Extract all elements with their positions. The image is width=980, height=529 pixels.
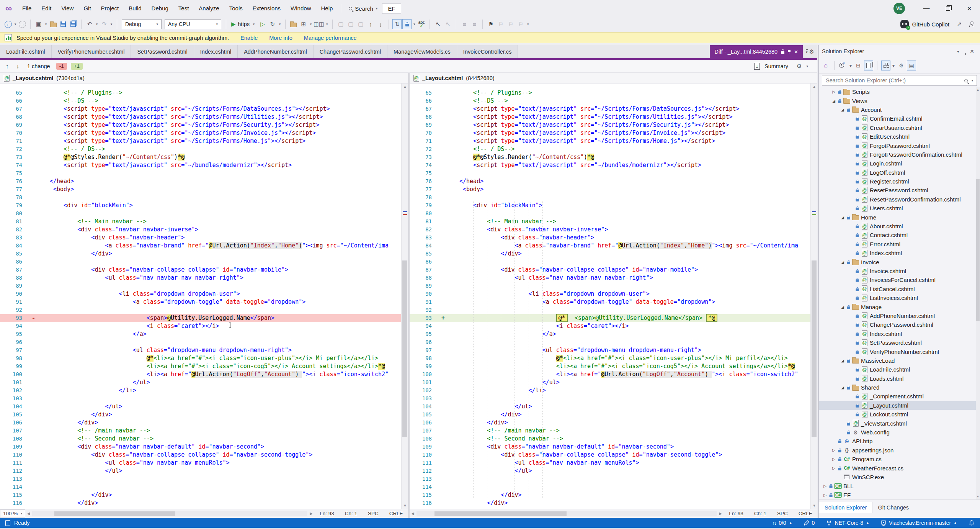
prev-bookmark-icon[interactable]: ⚐ <box>496 19 505 29</box>
code-line[interactable]: 104</ul> <box>0 403 401 411</box>
menu-item-edit[interactable]: Edit <box>36 0 56 17</box>
tab-overflow-icon[interactable]: ▾ <box>806 49 808 54</box>
code-line[interactable]: 73@*@Styles.Render("~/Content/css")*@ <box>0 153 401 161</box>
code-line[interactable]: 76</head> <box>0 177 401 185</box>
summary-button[interactable]: Summary <box>764 63 788 69</box>
indent-increase-icon[interactable]: ≡ <box>470 19 479 29</box>
panel-tab-git-changes[interactable]: Git Changes <box>872 502 914 513</box>
tree-item-Program.cs[interactable]: ▷C#Program.cs <box>819 455 980 463</box>
code-line[interactable]: 96 <box>0 338 401 346</box>
code-line[interactable]: 110<div class="navbar-collapse collapse"… <box>410 451 810 459</box>
code-line[interactable]: 78 <box>0 193 401 201</box>
code-line[interactable]: 86 <box>410 258 810 266</box>
menu-item-help[interactable]: Help <box>316 0 338 17</box>
code-line[interactable]: 85</div> <box>0 250 401 258</box>
zoom-select[interactable]: 100 % ▾ <box>0 509 25 518</box>
code-line[interactable]: 92 <box>410 306 810 314</box>
code-line[interactable]: 107<!-- /main navbar --> <box>0 427 401 435</box>
code-line[interactable]: 84<a class="navbar-brand" href="@Url.Act… <box>0 242 401 250</box>
move-down-icon[interactable]: ↓ <box>376 19 385 29</box>
code-line[interactable]: 101</ul> <box>410 378 810 387</box>
scroll-right-icon[interactable]: ▶ <box>717 511 724 516</box>
close-button[interactable]: × <box>959 0 980 17</box>
code-line[interactable]: 111<ul class="nav navbar-nav menuRols"> <box>0 459 401 467</box>
tab-LoadFile.cshtml[interactable]: LoadFile.cshtml <box>0 45 52 58</box>
tree-item-Home[interactable]: ◢Home <box>819 213 980 221</box>
code-line[interactable]: 82<div class="navbar navbar-inverse"> <box>0 226 401 234</box>
code-line[interactable]: 113 <box>0 475 401 483</box>
tree-item-Users.cshtml[interactable]: @Users.cshtml <box>819 204 980 213</box>
code-line[interactable]: 98@*<li><a href="#"><i class="icon-user-… <box>410 354 810 362</box>
nav-annotation-icon[interactable]: ▢ <box>356 19 365 29</box>
code-line[interactable]: 73@*@Styles.Render("~/Content/css")*@ <box>410 153 810 161</box>
tab-VerifyPhoneNumber.cshtml[interactable]: VerifyPhoneNumber.cshtml <box>52 45 131 58</box>
code-line[interactable]: 99<li><a href="#"><i class="icon-cog5"><… <box>0 362 401 370</box>
code-line[interactable]: 112</ul> <box>410 467 810 475</box>
code-line[interactable]: 75 <box>0 169 401 177</box>
save-icon[interactable] <box>59 19 68 29</box>
code-line[interactable]: 71<script type="text/javascript" src="~/… <box>410 137 810 145</box>
code-line[interactable]: 68<script type="text/javascript" src="~/… <box>410 113 810 121</box>
code-line[interactable]: 72<!-- / DS--> <box>0 145 401 153</box>
code-line[interactable]: 102</li> <box>0 387 401 395</box>
code-line[interactable]: 108<!-- Second navbar --> <box>0 435 401 443</box>
collapse-icon[interactable]: ◢ <box>831 99 837 103</box>
code-line[interactable]: 81<!-- Main navbar --> <box>410 218 810 226</box>
menu-item-window[interactable]: Window <box>286 0 316 17</box>
code-line[interactable]: 115</div> <box>410 491 810 499</box>
menu-item-view[interactable]: View <box>56 0 78 17</box>
code-line[interactable]: 95</a> <box>410 330 810 338</box>
next-change-icon[interactable]: ↓ <box>15 63 21 69</box>
menu-item-debug[interactable]: Debug <box>147 0 173 17</box>
collapse-icon[interactable]: ◢ <box>840 215 846 219</box>
nav-forward-icon[interactable]: → <box>19 21 26 28</box>
code-line[interactable]: 78 <box>410 193 810 201</box>
pointer-select-icon[interactable]: ↖ <box>433 19 443 29</box>
tree-item-MassiveLoad[interactable]: ◢MassiveLoad <box>819 356 980 365</box>
menu-item-extensions[interactable]: Extensions <box>248 0 286 17</box>
new-project-icon[interactable]: ▣ <box>34 19 43 29</box>
feedback-person-icon[interactable] <box>969 25 973 27</box>
tree-item-Error.cshtml[interactable]: @Error.cshtml <box>819 240 980 249</box>
redo-icon[interactable]: ↷ <box>100 19 109 29</box>
code-line[interactable]: 81<!-- Main navbar --> <box>0 218 401 226</box>
save-all-icon[interactable] <box>69 19 78 29</box>
code-line[interactable]: 106</div> <box>410 419 810 427</box>
code-line[interactable]: 108<!-- Second navbar --> <box>410 435 810 443</box>
code-line[interactable]: 114 <box>0 483 401 491</box>
properties-icon[interactable]: ⚙ <box>897 61 906 70</box>
find-in-files-icon[interactable] <box>289 19 298 29</box>
code-line[interactable]: 67<script type="text/javascript" src="~/… <box>0 105 401 113</box>
code-line[interactable]: 76</head> <box>410 177 810 185</box>
scroll-up-icon[interactable]: ▲ <box>402 84 408 90</box>
tree-item-ConfirmEmail.cshtml[interactable]: @ConfirmEmail.cshtml <box>819 114 980 123</box>
scroll-down-icon[interactable]: ▼ <box>811 503 817 509</box>
menu-item-tools[interactable]: Tools <box>224 0 248 17</box>
previous-change-icon[interactable]: ↑ <box>4 63 11 69</box>
close-icon[interactable]: ✕ <box>967 48 977 54</box>
tab-active-diff[interactable]: Diff - _Lay...tml;84452680✕ <box>710 45 803 58</box>
tree-item-_Layout.cshtml[interactable]: @_Layout.cshtml <box>819 401 980 410</box>
sync-with-active-document-icon[interactable] <box>864 61 873 70</box>
scroll-up-icon[interactable]: ▲ <box>976 87 980 93</box>
tree-item-AddPhoneNumber.cshtml[interactable]: @AddPhoneNumber.cshtml <box>819 311 980 320</box>
tree-item-Invoice.cshtml[interactable]: @Invoice.cshtml <box>819 267 980 275</box>
panel-tab-solution-explorer[interactable]: Solution Explorer <box>819 502 872 513</box>
code-line[interactable]: 109<div class="navbar navbar-default" id… <box>410 443 810 451</box>
tree-item-WinSCP.exe[interactable]: WinSCP.exe <box>819 473 980 482</box>
code-line[interactable]: 115</div> <box>0 491 401 499</box>
branch-selector[interactable]: Viacheslav.Eremin-master ▲ <box>881 520 957 526</box>
tree-item-ResetPasswordConfirmation.cshtml[interactable]: @ResetPasswordConfirmation.cshtml <box>819 195 980 204</box>
pin-icon[interactable] <box>788 50 791 52</box>
code-line[interactable]: 80 <box>0 210 401 218</box>
code-line[interactable]: 89 <box>410 282 810 290</box>
avatar[interactable]: VE <box>893 3 905 14</box>
tab-ChangePassword.cshtml[interactable]: ChangePassword.cshtml <box>314 45 387 58</box>
tree-item-Register.cshtml[interactable]: @Register.cshtml <box>819 177 980 186</box>
code-line[interactable]: 93+@* <span>@Utility.UserLogged.Name</sp… <box>410 314 810 322</box>
window-position-icon[interactable]: ▾ <box>954 49 962 54</box>
code-line[interactable]: 87<div class="navbar-collapse collapse" … <box>0 266 401 274</box>
code-line[interactable]: 107<!-- /main navbar --> <box>410 427 810 435</box>
code-line[interactable]: 85</div> <box>410 250 810 258</box>
code-line[interactable]: 103 <box>410 395 810 403</box>
